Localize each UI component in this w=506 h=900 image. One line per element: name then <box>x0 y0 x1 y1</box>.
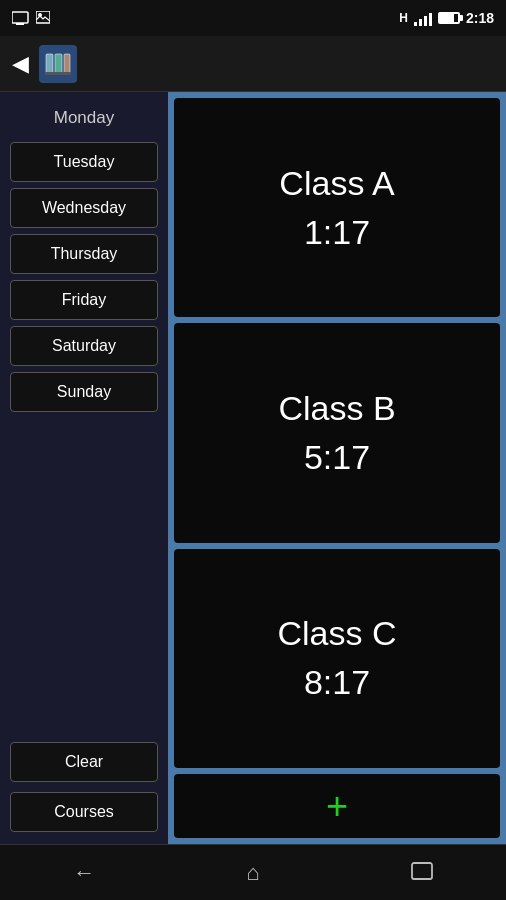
screen-icon <box>12 11 30 25</box>
app-icon <box>39 45 77 83</box>
clear-button[interactable]: Clear <box>10 742 158 782</box>
add-class-button[interactable]: + <box>174 774 500 838</box>
home-nav-icon: ⌂ <box>246 860 259 886</box>
home-nav-button[interactable]: ⌂ <box>169 845 338 900</box>
sunday-button[interactable]: Sunday <box>10 372 158 412</box>
class-c-name: Class C <box>277 614 396 653</box>
courses-button[interactable]: Courses <box>10 792 158 832</box>
main-content: Monday Tuesday Wednesday Thursday Friday… <box>0 92 506 844</box>
class-a-time: 1:17 <box>304 213 370 252</box>
back-nav-button[interactable]: ← <box>0 845 169 900</box>
monday-label: Monday <box>10 100 158 136</box>
class-b-time: 5:17 <box>304 438 370 477</box>
class-c-time: 8:17 <box>304 663 370 702</box>
class-b-name: Class B <box>278 389 395 428</box>
class-a-name: Class A <box>279 164 394 203</box>
thursday-button[interactable]: Thursday <box>10 234 158 274</box>
svg-rect-6 <box>64 54 70 74</box>
photo-icon <box>36 11 50 25</box>
status-bar: H 2:18 <box>0 0 506 36</box>
books-icon <box>44 50 72 78</box>
tuesday-button[interactable]: Tuesday <box>10 142 158 182</box>
svg-rect-2 <box>36 11 50 23</box>
sidebar: Monday Tuesday Wednesday Thursday Friday… <box>0 92 168 844</box>
svg-rect-7 <box>45 72 71 75</box>
back-nav-icon: ← <box>73 860 95 886</box>
friday-button[interactable]: Friday <box>10 280 158 320</box>
svg-rect-0 <box>12 12 28 23</box>
svg-rect-1 <box>16 23 24 25</box>
wednesday-button[interactable]: Wednesday <box>10 188 158 228</box>
battery-icon <box>438 12 460 24</box>
svg-rect-4 <box>46 54 53 74</box>
saturday-button[interactable]: Saturday <box>10 326 158 366</box>
signal-bars <box>414 10 432 26</box>
class-a-card[interactable]: Class A 1:17 <box>174 98 500 317</box>
bottom-nav: ← ⌂ <box>0 844 506 900</box>
network-type: H <box>399 11 408 25</box>
right-panel: Class A 1:17 Class B 5:17 Class C 8:17 + <box>168 92 506 844</box>
class-b-card[interactable]: Class B 5:17 <box>174 323 500 542</box>
svg-rect-8 <box>412 863 432 879</box>
top-bar: ◀ <box>0 36 506 92</box>
back-button[interactable]: ◀ <box>12 51 29 77</box>
recent-nav-icon <box>411 860 433 886</box>
recent-nav-button[interactable] <box>337 845 506 900</box>
class-c-card[interactable]: Class C 8:17 <box>174 549 500 768</box>
svg-rect-5 <box>55 54 62 74</box>
status-bar-left <box>12 11 393 25</box>
recent-apps-icon <box>411 862 433 880</box>
time-display: 2:18 <box>466 10 494 26</box>
plus-icon: + <box>326 787 348 825</box>
